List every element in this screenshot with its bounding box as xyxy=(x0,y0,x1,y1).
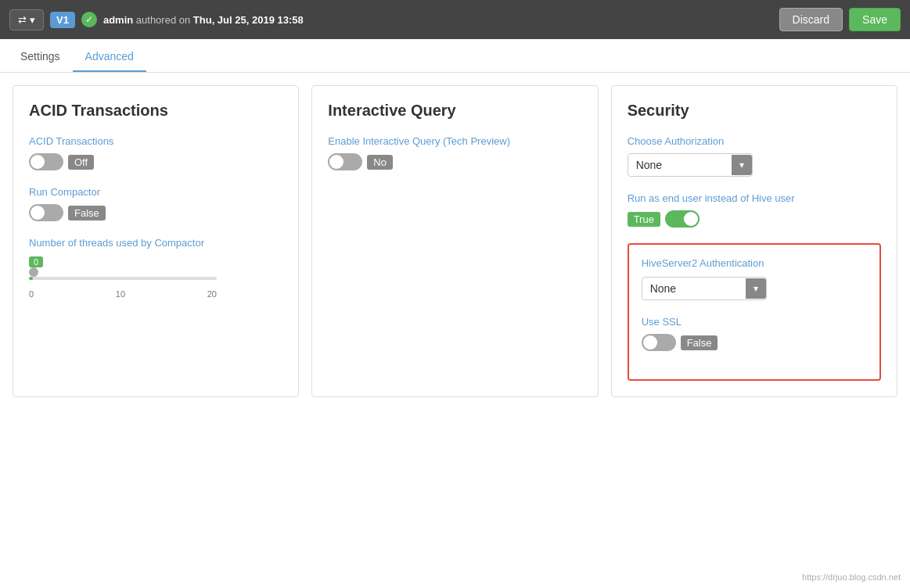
threads-section: Number of threads used by Compactor 0 0 … xyxy=(29,237,282,299)
topbar: ⇄ ▾ V1 ✓ admin authored on Thu, Jul 25, … xyxy=(0,0,910,39)
enable-interactive-thumb xyxy=(329,155,343,169)
author-name: admin xyxy=(103,14,133,26)
hive-auth-arrow-icon: ▾ xyxy=(746,278,766,299)
interactive-card-title: Interactive Query xyxy=(328,102,581,120)
run-as-thumb xyxy=(684,212,698,226)
compactor-toggle-label: False xyxy=(68,206,106,220)
interactive-query-card: Interactive Query Enable Interactive Que… xyxy=(311,85,598,397)
slider-max: 20 xyxy=(207,289,217,299)
acid-transactions-card: ACID Transactions ACID Transactions Off … xyxy=(13,85,299,397)
run-as-toggle[interactable] xyxy=(665,210,700,228)
slider-fill xyxy=(29,277,33,280)
ssl-label: Use SSL xyxy=(642,316,867,328)
choose-auth-value: None xyxy=(628,154,732,176)
threads-slider[interactable] xyxy=(29,271,217,286)
run-as-toggle-container: True xyxy=(628,210,881,228)
hive-auth-label: HiveServer2 Authentication xyxy=(642,257,867,269)
acid-card-title: ACID Transactions xyxy=(29,102,282,120)
enable-interactive-toggle-container: No xyxy=(328,153,581,170)
choose-auth-arrow-icon: ▾ xyxy=(732,155,752,175)
compactor-toggle[interactable] xyxy=(29,204,63,221)
acid-toggle-label: Off xyxy=(68,155,94,170)
choose-auth-label: Choose Authorization xyxy=(628,135,881,147)
acid-toggle-thumb xyxy=(31,155,45,169)
enable-interactive-label: Enable Interactive Query (Tech Preview) xyxy=(328,135,581,147)
shuffle-icon: ⇄ xyxy=(18,14,27,26)
security-card-title: Security xyxy=(628,102,881,120)
discard-button[interactable]: Discard xyxy=(779,8,843,31)
hive-auth-value: None xyxy=(642,278,746,299)
topbar-right: Discard Save xyxy=(779,8,901,31)
ssl-toggle-container: False xyxy=(642,334,867,351)
compactor-toggle-thumb xyxy=(31,206,45,220)
ssl-toggle-label: False xyxy=(681,335,718,350)
slider-thumb[interactable] xyxy=(29,267,38,277)
ssl-thumb xyxy=(643,335,657,350)
acid-toggle[interactable] xyxy=(29,153,63,170)
author-info: admin authored on Thu, Jul 25, 2019 13:5… xyxy=(103,14,304,26)
dropdown-arrow-icon: ▾ xyxy=(30,14,35,26)
threads-value-badge: 0 xyxy=(29,256,43,267)
tab-settings[interactable]: Settings xyxy=(8,42,73,72)
slider-mid: 10 xyxy=(116,289,125,299)
slider-labels: 0 10 20 xyxy=(29,289,217,299)
authored-datetime: Thu, Jul 25, 2019 13:58 xyxy=(193,14,304,26)
compactor-label: Run Compactor xyxy=(29,186,282,198)
tab-advanced[interactable]: Advanced xyxy=(73,42,146,72)
choose-auth-select[interactable]: None ▾ xyxy=(628,153,753,177)
main-content: ACID Transactions ACID Transactions Off … xyxy=(0,73,910,410)
version-badge: V1 xyxy=(50,12,75,28)
slider-min: 0 xyxy=(29,289,34,299)
run-as-label: Run as end user instead of Hive user xyxy=(628,192,881,204)
shuffle-button[interactable]: ⇄ ▾ xyxy=(9,9,44,30)
check-icon: ✓ xyxy=(81,12,97,27)
save-button[interactable]: Save xyxy=(849,8,901,31)
ssl-toggle[interactable] xyxy=(642,334,676,351)
slider-track xyxy=(29,277,217,280)
threads-label: Number of threads used by Compactor xyxy=(29,237,282,249)
security-card: Security Choose Authorization None ▾ Run… xyxy=(611,85,897,397)
enable-interactive-toggle[interactable] xyxy=(328,153,362,170)
acid-transactions-label: ACID Transactions xyxy=(29,135,282,147)
run-as-toggle-label: True xyxy=(628,212,660,227)
tab-bar: Settings Advanced xyxy=(0,42,910,73)
topbar-left: ⇄ ▾ V1 ✓ admin authored on Thu, Jul 25, … xyxy=(9,9,304,30)
acid-toggle-container: Off xyxy=(29,153,282,170)
hive-auth-box: HiveServer2 Authentication None ▾ Use SS… xyxy=(628,243,881,381)
hive-auth-select[interactable]: None ▾ xyxy=(642,277,767,300)
compactor-toggle-container: False xyxy=(29,204,282,221)
enable-interactive-label-val: No xyxy=(367,155,393,170)
